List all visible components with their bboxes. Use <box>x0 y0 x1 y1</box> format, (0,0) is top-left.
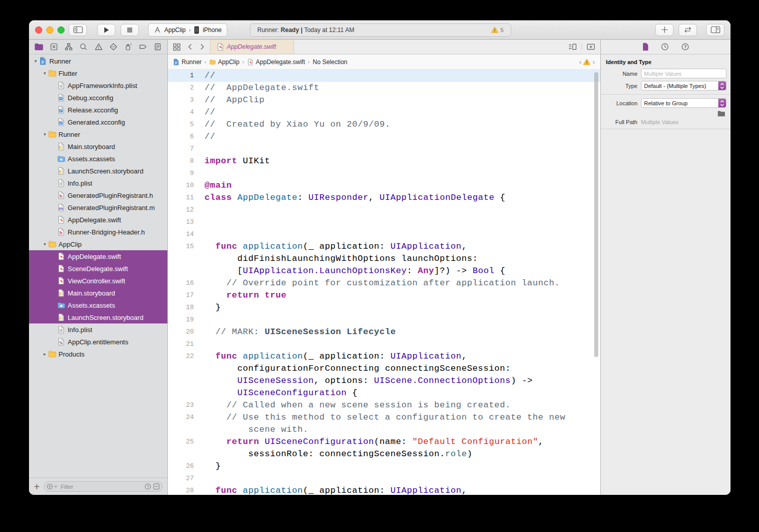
prev-issue-button[interactable]: ‹ <box>579 58 582 66</box>
debug-navigator-icon[interactable] <box>124 43 132 51</box>
scheme-selector[interactable]: AppClip › iPhone <box>148 23 227 37</box>
tree-item-main-storyboard[interactable]: Main.storyboard <box>29 140 167 153</box>
forward-button[interactable] <box>199 43 205 50</box>
tree-item-scenedelegate-swift[interactable]: SceneDelegate.swift <box>29 262 167 275</box>
scm-filter-icon[interactable] <box>153 483 160 490</box>
tree-item-main-storyboard[interactable]: Main.storyboard <box>29 287 167 299</box>
editor-scrollbar[interactable] <box>594 72 598 357</box>
tree-item-launchscreen-storyboard[interactable]: LaunchScreen.storyboard <box>29 311 167 323</box>
line-number: 7 <box>168 143 194 155</box>
breadcrumb-appdelegate-swift[interactable]: AppDelegate.swift <box>247 58 305 66</box>
add-editor-icon[interactable] <box>587 43 595 51</box>
breadcrumb-separator: › <box>242 58 245 66</box>
code-line: [UIApplication.LaunchOptionsKey: Any]?) … <box>168 265 600 277</box>
tree-item-assets-xcassets[interactable]: Assets.xcassets <box>29 153 167 165</box>
breadcrumb-label: AppClip <box>218 58 240 66</box>
project-navigator-icon[interactable] <box>35 43 43 50</box>
tree-item-label: Info.plist <box>66 180 92 187</box>
tree-item-viewcontroller-swift[interactable]: ViewController.swift <box>29 275 167 287</box>
type-dropdown[interactable]: Default - (Multiple Types) <box>641 81 726 91</box>
name-field[interactable]: Multiple Values <box>641 69 726 78</box>
tree-item-info-plist[interactable]: Info.plist <box>29 177 167 189</box>
project-icon <box>173 58 179 66</box>
find-navigator-icon[interactable] <box>79 43 87 51</box>
breakpoint-navigator-icon[interactable] <box>139 43 147 51</box>
tree-item-release-xcconfig[interactable]: Release.xcconfig <box>29 104 167 116</box>
choose-folder-icon[interactable] <box>717 110 725 117</box>
symbol-navigator-icon[interactable] <box>65 43 73 51</box>
disclosure-triangle-icon[interactable]: ▾ <box>41 132 48 137</box>
history-inspector-icon[interactable] <box>661 43 669 51</box>
toggle-inspector-button[interactable] <box>706 24 724 36</box>
source-code-editor[interactable]: 1//2// AppDelegate.swift3// AppClip4//5/… <box>168 70 600 495</box>
adjust-editor-icon[interactable] <box>568 43 577 51</box>
disclosure-triangle-icon[interactable]: ▾ <box>41 242 48 247</box>
divider <box>601 129 731 129</box>
code-line: 26 } <box>168 460 600 472</box>
close-window-button[interactable] <box>35 26 42 34</box>
breadcrumb-separator: › <box>204 58 207 66</box>
tree-item-debug-xcconfig[interactable]: Debug.xcconfig <box>29 92 167 104</box>
zoom-window-button[interactable] <box>57 26 65 34</box>
tab-appdelegate[interactable]: AppDelegate.swift <box>210 40 294 54</box>
location-dropdown[interactable]: Relative to Group <box>641 98 726 108</box>
tree-item-generatedpluginregistrant-h[interactable]: hGeneratedPluginRegistrant.h <box>29 189 167 201</box>
recent-files-icon[interactable] <box>144 483 151 490</box>
warning-counter[interactable]: 5 <box>491 26 504 33</box>
warning-icon[interactable] <box>583 58 591 65</box>
code-text: // Created by Xiao Yu on 20/9/09. <box>194 119 391 131</box>
breadcrumb-runner[interactable]: Runner <box>173 58 201 66</box>
tree-item-launchscreen-storyboard[interactable]: LaunchScreen.storyboard <box>29 165 167 177</box>
file-inspector-icon[interactable] <box>642 43 649 51</box>
storyboard-icon <box>57 313 66 321</box>
tree-item-runner[interactable]: ▾Runner <box>29 128 167 140</box>
swift-file-icon <box>217 43 224 51</box>
disclosure-triangle-icon[interactable]: ▾ <box>32 58 39 64</box>
tree-item-appframeworkinfo-plist[interactable]: AppFrameworkInfo.plist <box>29 79 167 92</box>
next-issue-button[interactable]: › <box>592 58 595 66</box>
add-file-button[interactable]: + <box>34 482 40 491</box>
tree-item-appclip[interactable]: ▾AppClip <box>29 238 167 250</box>
entitlements-icon <box>57 338 66 346</box>
line-number: 11 <box>168 192 194 204</box>
tree-item-runner[interactable]: ▾Runner <box>29 55 167 67</box>
related-items-icon[interactable] <box>173 43 181 51</box>
source-control-navigator-icon[interactable] <box>50 43 58 51</box>
stop-button[interactable] <box>121 24 139 36</box>
type-label: Type <box>601 83 641 89</box>
tree-item-appdelegate-swift[interactable]: AppDelegate.swift <box>29 214 167 226</box>
toggle-navigator-button[interactable] <box>69 24 87 36</box>
tree-item-generated-xcconfig[interactable]: Generated.xcconfig <box>29 116 167 128</box>
tree-item-runner-bridging-header-h[interactable]: hRunner-Bridging-Header.h <box>29 226 167 238</box>
tree-item-assets-xcassets[interactable]: Assets.xcassets <box>29 299 167 311</box>
jump-bar: Runner›AppClip›AppDelegate.swift›No Sele… <box>168 54 600 70</box>
filter-input[interactable]: Filter <box>44 481 163 492</box>
activity-status-bar[interactable]: Runner: Ready | Today at 12:11 AM 5 <box>250 23 511 37</box>
tree-item-appclip-entitlements[interactable]: AppClip.entitlements <box>29 336 167 348</box>
assets-icon <box>57 155 66 162</box>
report-navigator-icon[interactable] <box>154 43 162 51</box>
disclosure-triangle-icon[interactable]: ▸ <box>41 351 48 357</box>
tree-item-generatedpluginregistrant-m[interactable]: mGeneratedPluginRegistrant.m <box>29 201 167 214</box>
code-line: 15 func application(_ application: UIApp… <box>168 241 600 253</box>
library-add-button[interactable] <box>655 24 674 36</box>
tree-item-appdelegate-swift[interactable]: AppDelegate.swift <box>29 250 167 262</box>
iphone-icon <box>194 26 199 34</box>
breadcrumb-label: AppDelegate.swift <box>256 58 305 66</box>
run-button[interactable] <box>97 24 115 36</box>
line-number: 22 <box>168 350 194 363</box>
minimize-window-button[interactable] <box>46 26 53 34</box>
editor-arrows-button[interactable] <box>679 24 697 36</box>
code-line: UISceneConfiguration { <box>168 387 600 399</box>
breadcrumb-appclip[interactable]: AppClip <box>210 58 240 66</box>
test-navigator-icon[interactable] <box>109 43 118 51</box>
tree-item-info-plist[interactable]: Info.plist <box>29 323 167 336</box>
line-number: 17 <box>168 289 194 302</box>
issue-navigator-icon[interactable] <box>95 43 103 51</box>
tree-item-products[interactable]: ▸Products <box>29 348 167 360</box>
quick-help-inspector-icon[interactable]: ? <box>681 43 689 51</box>
breadcrumb-no-selection[interactable]: No Selection <box>313 58 347 66</box>
tree-item-flutter[interactable]: ▾Flutter <box>29 67 167 79</box>
disclosure-triangle-icon[interactable]: ▾ <box>41 71 48 76</box>
back-button[interactable] <box>187 43 193 50</box>
